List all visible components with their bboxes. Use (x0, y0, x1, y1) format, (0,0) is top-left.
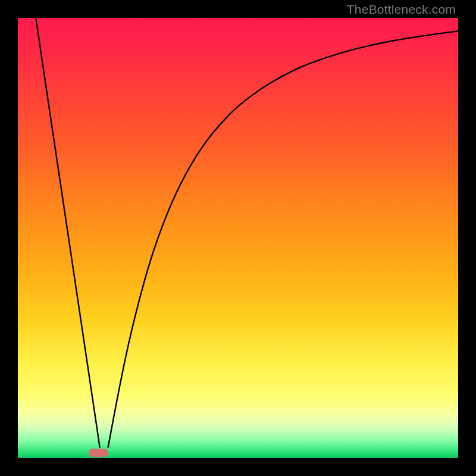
plot-area (18, 18, 458, 458)
watermark-text: TheBottleneck.com (347, 2, 456, 17)
curve-left-branch (36, 18, 99, 447)
curve-right-branch (108, 31, 458, 447)
chart-frame: TheBottleneck.com (0, 0, 476, 476)
balance-marker (89, 449, 108, 457)
bottleneck-curve (18, 18, 458, 458)
